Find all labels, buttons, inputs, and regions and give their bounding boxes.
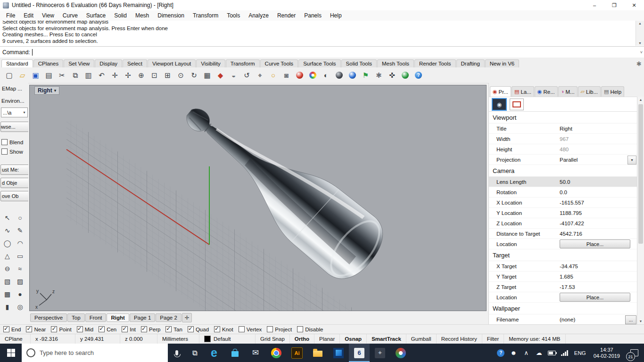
ghosted-ball-icon[interactable] xyxy=(333,69,346,82)
scrollbar-thumb[interactable] xyxy=(638,104,643,244)
viewport-properties-button[interactable] xyxy=(510,99,524,110)
save-file-icon[interactable]: ▣ xyxy=(29,69,42,82)
chevron-up-icon[interactable]: ∧ xyxy=(520,344,533,362)
toolbar-tab[interactable]: Drafting xyxy=(456,59,485,67)
named-view-icon[interactable]: ◆ xyxy=(214,69,227,82)
tab-layers[interactable]: ▤ La... xyxy=(512,86,534,97)
network-signal-icon[interactable] xyxy=(558,344,571,362)
copy-icon[interactable]: ⧉ xyxy=(69,69,82,82)
sphere-tool-icon[interactable]: ● xyxy=(14,288,26,300)
zoom-dynamic-icon[interactable]: ⊕ xyxy=(135,69,148,82)
minimize-button[interactable]: – xyxy=(585,0,604,10)
pan-icon[interactable]: ✛ xyxy=(108,69,121,82)
prop-row-distance-to-target[interactable]: Distance to Target 4542.716 xyxy=(489,229,637,239)
menu-item[interactable]: Solid xyxy=(110,12,131,19)
status-item[interactable]: Default xyxy=(199,334,256,344)
panel-scrollbar[interactable]: ▲ ▼ xyxy=(637,97,644,324)
checkbox[interactable] xyxy=(1,139,8,145)
chrome-app-icon[interactable] xyxy=(266,344,287,362)
cplane-origin-icon[interactable]: ⌖ xyxy=(254,69,266,82)
point-tool-icon[interactable]: ○ xyxy=(14,211,26,224)
prop-row-z-location[interactable]: Z Location -4107.422 xyxy=(489,218,637,229)
status-item[interactable]: SmartTrack xyxy=(367,334,406,344)
arc-tool-icon[interactable]: ◠ xyxy=(14,237,26,249)
viewport-tab-perspective[interactable]: Perspective xyxy=(30,313,67,322)
shaded-mode-icon[interactable]: ◐ xyxy=(320,69,332,82)
menu-item[interactable]: Dimension xyxy=(153,12,189,19)
move-icon[interactable]: ✢ xyxy=(122,69,134,82)
toolbar-options-gear-icon[interactable]: ✱ xyxy=(636,60,642,67)
osnap-toggle[interactable]: Perp xyxy=(141,326,160,332)
checkbox[interactable] xyxy=(26,326,32,332)
rotate-2d-icon[interactable]: ↺ xyxy=(240,69,253,82)
status-item[interactable]: y 249.431 xyxy=(75,334,120,344)
options-gears-icon[interactable]: ✱ xyxy=(372,69,385,82)
sweep-tool-icon[interactable]: ▨ xyxy=(14,275,26,288)
status-item[interactable]: Memory use: 414 MB xyxy=(504,334,565,344)
rotate-view-icon[interactable]: ↻ xyxy=(188,69,200,82)
color-wheel-icon[interactable] xyxy=(306,69,319,82)
rectangle-tool-icon[interactable]: ▭ xyxy=(14,249,26,262)
checkbox[interactable] xyxy=(188,326,194,332)
status-item[interactable]: Gumball xyxy=(406,334,437,344)
open-file-icon[interactable]: ▱ xyxy=(16,69,29,82)
photos-app-icon[interactable] xyxy=(328,344,349,362)
status-item[interactable]: Grid Snap xyxy=(256,334,290,344)
status-item[interactable]: Planar xyxy=(314,334,340,344)
cut-icon[interactable]: ✂ xyxy=(56,69,68,82)
new-file-icon[interactable]: ▢ xyxy=(3,69,16,82)
viewport-title-label[interactable]: Right ▾ xyxy=(34,86,59,95)
osnap-toggle[interactable]: Mid xyxy=(77,326,94,332)
paste-icon[interactable]: ▥ xyxy=(82,69,95,82)
menu-item[interactable]: Surface xyxy=(82,12,110,19)
status-item[interactable]: Filter xyxy=(482,334,504,344)
status-item[interactable]: Millimeters xyxy=(157,334,199,344)
toolbar-tab[interactable]: Standard xyxy=(1,59,33,67)
select-tool-icon[interactable]: ↖ xyxy=(1,211,14,224)
checkbox[interactable] xyxy=(297,326,303,332)
hide-objects-icon[interactable]: ◒ xyxy=(227,69,240,82)
emap-add-objects-button[interactable]: d Obje xyxy=(0,178,28,188)
toolbar-tab[interactable]: Transform xyxy=(226,59,260,67)
scroll-up-icon[interactable]: ▲ xyxy=(638,21,642,26)
checkbox[interactable] xyxy=(141,326,147,332)
menu-item[interactable]: Analyze xyxy=(244,12,273,19)
camera-properties-button[interactable]: ◉ xyxy=(492,98,507,111)
checkbox[interactable] xyxy=(99,326,105,332)
checkbox[interactable] xyxy=(3,326,9,332)
prop-row-x-location[interactable]: X Location -1615.557 xyxy=(489,197,637,208)
menu-item[interactable]: Tools xyxy=(223,12,244,19)
status-item[interactable]: Ortho xyxy=(290,334,314,344)
osnap-toggle[interactable]: Point xyxy=(51,326,71,332)
flag-icon[interactable]: ⚑ xyxy=(359,69,372,82)
osnap-toggle[interactable]: Knot xyxy=(214,326,233,332)
tab-help[interactable]: ▤ Help xyxy=(601,86,624,97)
status-item[interactable]: x -92.316 xyxy=(31,334,75,344)
viewport-tab-top[interactable]: Top xyxy=(67,313,85,322)
osnap-toggle[interactable]: Project xyxy=(267,326,292,332)
projection-dropdown-icon[interactable]: ▾ xyxy=(627,156,636,165)
toolbar-tab[interactable]: Viewport Layout xyxy=(148,59,196,67)
toolbar-tab[interactable]: CPlanes xyxy=(33,59,63,67)
osnap-toggle[interactable]: End xyxy=(3,326,21,332)
checkbox[interactable] xyxy=(165,326,172,332)
status-item[interactable]: z 0.000 xyxy=(120,334,157,344)
print-icon[interactable]: ▤ xyxy=(42,69,55,82)
viewport-right[interactable]: y z x Right ▾ xyxy=(29,85,487,311)
undo-icon[interactable]: ↶ xyxy=(95,69,108,82)
emap-adjust-mesh-button[interactable]: ust Me: xyxy=(0,165,28,175)
target-place-button[interactable]: Place... xyxy=(560,293,630,302)
menu-item[interactable]: Curve xyxy=(58,12,82,19)
task-view-button[interactable]: ⧉ xyxy=(186,344,204,362)
command-scrollbar[interactable]: ▲ ▼ xyxy=(636,21,644,46)
osnap-toggle[interactable]: Cen xyxy=(99,326,116,332)
store-app-icon[interactable] xyxy=(224,344,245,362)
earth-icon[interactable] xyxy=(399,69,412,82)
status-item[interactable]: CPlane xyxy=(0,334,31,344)
osnap-toggle[interactable]: Quad xyxy=(188,326,209,332)
viewport-layout-icon[interactable]: ▦ xyxy=(201,69,214,82)
command-history[interactable]: Select objects for environment map analy… xyxy=(2,21,635,46)
prop-row-x-target[interactable]: X Target -34.475 xyxy=(489,261,637,272)
misc-app-icon[interactable]: ✦ xyxy=(370,344,390,362)
surface-tool-icon[interactable]: ▧ xyxy=(1,275,14,288)
